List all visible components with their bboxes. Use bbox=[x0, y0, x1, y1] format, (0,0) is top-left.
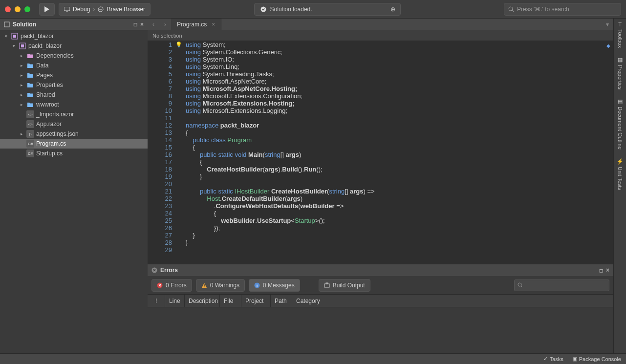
build-icon bbox=[324, 282, 330, 288]
zoom-window-button[interactable] bbox=[24, 6, 30, 12]
config-selector[interactable]: Debug › Brave Browser bbox=[59, 3, 151, 16]
tree-row-packt-blazor[interactable]: ▾packt_blazor bbox=[0, 41, 148, 51]
tree-item-label: packt_blazor bbox=[21, 33, 54, 40]
tree-row-shared[interactable]: ▸Shared bbox=[0, 90, 148, 100]
errors-search[interactable] bbox=[514, 279, 609, 291]
errors-table-body bbox=[148, 307, 613, 353]
expand-icon[interactable]: ▸ bbox=[19, 131, 24, 136]
folder-icon bbox=[26, 91, 34, 99]
tab-program-cs[interactable]: Program.cs × bbox=[171, 19, 221, 30]
rail-label: Document Outline bbox=[617, 107, 623, 150]
tree-row-pages[interactable]: ▸Pages bbox=[0, 70, 148, 80]
warning-icon bbox=[201, 282, 207, 288]
rail-icon: ▦ bbox=[618, 57, 623, 63]
breadcrumb[interactable]: No selection bbox=[148, 30, 613, 41]
close-window-button[interactable] bbox=[5, 6, 11, 12]
col-project[interactable]: Project bbox=[241, 295, 271, 307]
status-bar[interactable]: Solution loaded. ⊕ bbox=[254, 3, 401, 16]
run-button[interactable] bbox=[39, 3, 55, 16]
rail-document-outline[interactable]: ▤Document Outline bbox=[617, 98, 623, 150]
col-file[interactable]: File bbox=[220, 295, 241, 307]
svg-rect-22 bbox=[326, 283, 328, 284]
lightbulb-icon[interactable]: 💡 bbox=[175, 41, 182, 48]
col-severity[interactable]: ! bbox=[151, 295, 165, 307]
expand-icon[interactable]: ▸ bbox=[19, 83, 24, 87]
play-icon bbox=[44, 6, 49, 12]
col-description[interactable]: Description bbox=[185, 295, 220, 307]
messages-filter-label: 0 Messages bbox=[263, 282, 295, 289]
nav-back-button[interactable]: ‹ bbox=[148, 21, 159, 28]
rail-label: Toolbox bbox=[617, 29, 623, 48]
close-panel-icon[interactable]: × bbox=[606, 267, 609, 274]
folder-icon bbox=[26, 62, 34, 69]
tree-row-properties[interactable]: ▸Properties bbox=[0, 80, 148, 90]
solution-panel-header: Solution ◻ × bbox=[0, 19, 148, 30]
errors-panel-header: Errors ◻ × bbox=[148, 264, 613, 276]
rail-toolbox[interactable]: TToolbox bbox=[617, 21, 623, 48]
expand-icon[interactable]: ▸ bbox=[19, 73, 24, 78]
expand-icon[interactable]: ▸ bbox=[19, 63, 24, 68]
package-console-button[interactable]: ▣ Package Console bbox=[572, 356, 621, 362]
folder-icon bbox=[26, 101, 34, 108]
monitor-icon bbox=[64, 7, 70, 12]
col-category[interactable]: Category bbox=[292, 295, 609, 307]
svg-point-6 bbox=[509, 7, 513, 11]
tree-row-packt-blazor[interactable]: ▾packt_blazor bbox=[0, 31, 148, 41]
errors-table-header: ! Line Description File Project Path Cat… bbox=[148, 295, 613, 307]
add-icon[interactable]: ⊕ bbox=[390, 6, 395, 13]
code-content: using System;using System.Collections.Ge… bbox=[186, 41, 613, 254]
expand-icon[interactable]: ▾ bbox=[3, 34, 9, 39]
tree-item-label: Shared bbox=[36, 91, 55, 98]
expand-icon[interactable]: ▸ bbox=[19, 102, 24, 107]
warnings-filter-button[interactable]: 0 Warnings bbox=[196, 279, 245, 292]
tasks-button[interactable]: ✓ Tasks bbox=[543, 356, 563, 362]
tree-item-label: Data bbox=[36, 62, 48, 69]
expand-icon[interactable]: ▸ bbox=[19, 53, 24, 58]
solution-panel-title: Solution bbox=[13, 21, 36, 28]
dock-icon[interactable]: ◻ bbox=[599, 268, 603, 273]
chevron-right-icon: › bbox=[93, 6, 95, 13]
folder-icon bbox=[26, 52, 34, 60]
tree-row-appsettings-json[interactable]: ▸{}appsettings.json bbox=[0, 129, 148, 139]
warnings-filter-label: 0 Warnings bbox=[210, 282, 239, 289]
expand-icon[interactable]: ▾ bbox=[11, 43, 17, 48]
solution-tree[interactable]: ▾packt_blazor▾packt_blazor▸Dependencies▸… bbox=[0, 30, 148, 353]
svg-rect-19 bbox=[257, 285, 257, 287]
messages-filter-button[interactable]: 0 Messages bbox=[249, 279, 300, 292]
tree-row-program-cs[interactable]: C#Program.cs bbox=[0, 139, 148, 149]
tree-row-app-razor[interactable]: <>App.razor bbox=[0, 119, 148, 129]
expand-icon[interactable]: ▸ bbox=[19, 92, 24, 97]
tree-item-label: Pages bbox=[36, 72, 53, 79]
svg-line-7 bbox=[512, 10, 514, 12]
tree-row-data[interactable]: ▸Data bbox=[0, 61, 148, 70]
col-line[interactable]: Line bbox=[165, 295, 185, 307]
tree-item-label: _Imports.razor bbox=[36, 111, 74, 118]
dock-icon[interactable]: ◻ bbox=[133, 21, 137, 27]
errors-filter-button[interactable]: 0 Errors bbox=[151, 279, 192, 292]
build-output-button[interactable]: Build Output bbox=[319, 279, 370, 292]
tree-row-startup-cs[interactable]: C#Startup.cs bbox=[0, 149, 148, 158]
minimize-window-button[interactable] bbox=[15, 6, 21, 12]
svg-rect-12 bbox=[21, 44, 24, 47]
rail-unit-tests[interactable]: ⚡Unit Tests bbox=[617, 158, 624, 190]
tab-overflow-button[interactable]: ▾ bbox=[602, 21, 613, 28]
nav-forward-button[interactable]: › bbox=[159, 21, 171, 28]
tree-row--imports-razor[interactable]: <>_Imports.razor bbox=[0, 109, 148, 119]
rail-properties[interactable]: ▦Properties bbox=[617, 57, 623, 89]
close-tab-icon[interactable]: × bbox=[212, 21, 215, 28]
tree-row-dependencies[interactable]: ▸Dependencies bbox=[0, 51, 148, 61]
status-text: Solution loaded. bbox=[270, 6, 312, 13]
csharp-file-icon: C# bbox=[26, 140, 34, 148]
rail-icon: T bbox=[618, 21, 622, 27]
tree-item-label: Program.cs bbox=[36, 140, 66, 147]
json-file-icon: {} bbox=[26, 130, 34, 138]
global-search[interactable]: Press '⌘.' to search bbox=[504, 3, 621, 16]
code-editor[interactable]: 💡 ◆ 123456789101112131415161718192021222… bbox=[148, 41, 613, 264]
tree-row-wwwroot[interactable]: ▸wwwroot bbox=[0, 100, 148, 109]
error-filter-bar: 0 Errors 0 Warnings 0 Messages Build Out… bbox=[148, 276, 613, 295]
tree-item-label: Dependencies bbox=[36, 52, 74, 59]
svg-rect-20 bbox=[257, 284, 257, 284]
close-panel-icon[interactable]: × bbox=[140, 21, 144, 28]
col-path[interactable]: Path bbox=[271, 295, 292, 307]
errors-filter-label: 0 Errors bbox=[166, 282, 187, 289]
